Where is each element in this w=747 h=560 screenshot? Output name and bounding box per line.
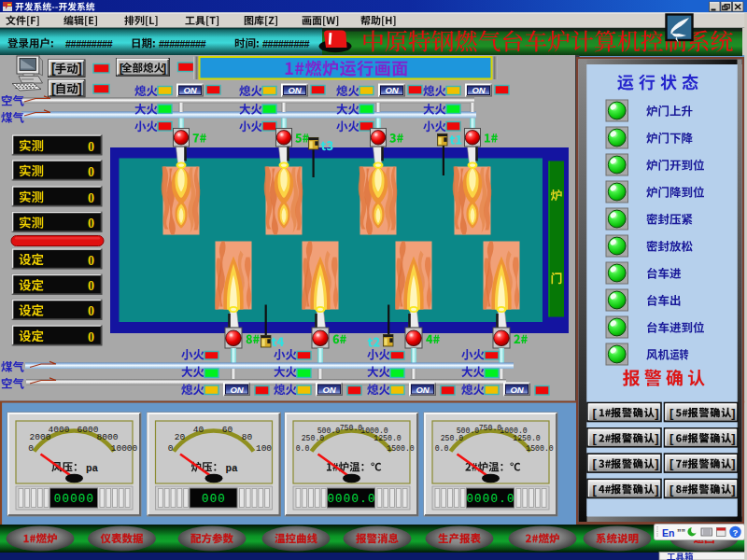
svg-text:]: ]: [731, 456, 735, 470]
svg-text:0: 0: [88, 191, 94, 205]
svg-text:pa: pa: [226, 463, 239, 474]
svg-text:0000.0: 0000.0: [327, 493, 375, 506]
svg-text:1500.0: 1500.0: [526, 444, 554, 453]
svg-text:0: 0: [88, 279, 94, 293]
svg-text:[: [: [51, 61, 56, 76]
svg-text:[: [: [593, 431, 598, 445]
svg-text:250.0: 250.0: [302, 434, 325, 442]
svg-text:0: 0: [88, 330, 94, 344]
svg-text:[: [: [593, 456, 598, 470]
svg-text:]: ]: [731, 431, 735, 445]
svg-text:ON: ON: [288, 85, 302, 95]
svg-text:ON: ON: [416, 385, 430, 395]
svg-text:00000: 00000: [54, 493, 95, 506]
svg-text:ON: ON: [183, 85, 197, 95]
svg-text:60: 60: [222, 425, 233, 435]
svg-text:20: 20: [175, 432, 186, 442]
svg-text:0: 0: [88, 140, 94, 154]
svg-text:[: [: [593, 406, 598, 420]
svg-text:””: ””: [677, 527, 685, 537]
svg-text:]: ]: [655, 483, 658, 497]
svg-text:100: 100: [256, 443, 272, 454]
svg-text:40: 40: [193, 425, 204, 435]
svg-text:?: ?: [733, 527, 739, 538]
svg-text:ON: ON: [385, 85, 399, 95]
svg-text:ON: ON: [472, 85, 486, 95]
svg-text:8000: 8000: [97, 432, 119, 442]
svg-text:1250.0: 1250.0: [374, 434, 402, 442]
svg-text:10000: 10000: [111, 443, 138, 454]
svg-text:1250.0: 1250.0: [513, 434, 541, 442]
svg-text:]: ]: [655, 431, 658, 445]
svg-text:ON: ON: [510, 385, 524, 395]
svg-text:]: ]: [655, 406, 658, 420]
svg-text:0: 0: [88, 254, 94, 268]
svg-text:80: 80: [242, 432, 253, 442]
svg-text:#########: #########: [65, 38, 113, 49]
svg-text:]: ]: [731, 406, 735, 420]
svg-text:0: 0: [88, 304, 94, 318]
svg-text:pa: pa: [86, 463, 99, 474]
svg-text:[: [: [593, 483, 598, 497]
svg-text:1500.0: 1500.0: [387, 444, 415, 453]
svg-text:[: [: [669, 406, 674, 420]
svg-text:750.0: 750.0: [479, 424, 502, 432]
svg-text:500.0: 500.0: [457, 427, 480, 435]
svg-text:[: [: [51, 81, 56, 96]
svg-text:]: ]: [78, 61, 82, 76]
svg-text:#########: #########: [262, 38, 310, 49]
svg-text:000: 000: [202, 493, 226, 506]
svg-text:0.0: 0.0: [296, 444, 310, 453]
svg-text:[: [: [669, 483, 674, 497]
svg-text:0: 0: [88, 165, 94, 179]
svg-text:750.0: 750.0: [340, 424, 363, 432]
svg-text:[: [: [669, 431, 674, 445]
svg-text:0: 0: [168, 443, 174, 454]
svg-text:6000: 6000: [78, 425, 99, 435]
svg-text:[: [: [669, 456, 674, 470]
svg-text:#########: #########: [159, 38, 206, 49]
svg-text:ON: ON: [230, 385, 244, 395]
svg-text:0: 0: [28, 443, 34, 454]
svg-text:En: En: [662, 527, 674, 539]
svg-text:ON: ON: [322, 385, 336, 395]
svg-text:4000: 4000: [49, 425, 70, 435]
svg-text:]: ]: [78, 81, 82, 96]
svg-text:0: 0: [88, 217, 94, 231]
svg-text:0.0: 0.0: [435, 444, 449, 453]
svg-text:]: ]: [731, 483, 735, 497]
svg-text:]: ]: [655, 456, 658, 470]
svg-text:250.0: 250.0: [441, 434, 464, 442]
svg-text:0000.0: 0000.0: [466, 493, 514, 506]
svg-text:500.0: 500.0: [317, 427, 341, 435]
